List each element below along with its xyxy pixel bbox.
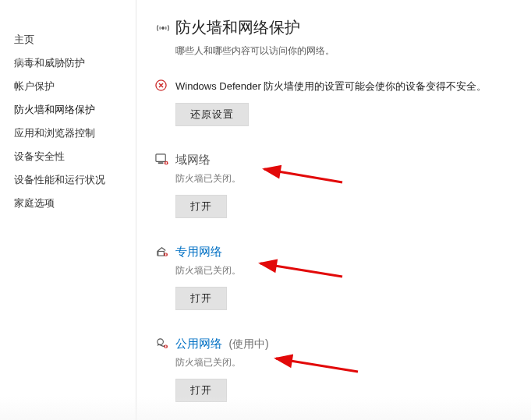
svg-rect-8 bbox=[165, 253, 166, 256]
private-network-section: 专用网络 防火墙已关闭。 打开 bbox=[175, 245, 523, 310]
sidebar-item-device-performance[interactable]: 设备性能和运行状况 bbox=[0, 168, 136, 192]
svg-rect-5 bbox=[166, 162, 167, 164]
warning-x-icon bbox=[155, 79, 168, 92]
domain-network-icon bbox=[155, 153, 169, 167]
domain-network-section: 域网络 防火墙已关闭。 打开 bbox=[175, 153, 523, 218]
svg-rect-3 bbox=[158, 162, 164, 164]
page-title: 防火墙和网络保护 bbox=[175, 17, 523, 38]
sidebar-item-app-browser-control[interactable]: 应用和浏览器控制 bbox=[0, 122, 136, 145]
sidebar-item-device-security[interactable]: 设备安全性 bbox=[0, 145, 136, 168]
sidebar-item-firewall[interactable]: 防火墙和网络保护 bbox=[0, 98, 136, 122]
public-network-title[interactable]: 公用网络 bbox=[175, 337, 222, 350]
sidebar-item-family-options[interactable]: 家庭选项 bbox=[0, 192, 136, 215]
domain-network-status: 防火墙已关闭。 bbox=[175, 172, 523, 185]
sidebar-item-account-protection[interactable]: 帐户保护 bbox=[0, 75, 136, 98]
svg-rect-2 bbox=[156, 154, 165, 161]
sidebar-item-virus-protection[interactable]: 病毒和威胁防护 bbox=[0, 51, 136, 75]
bottom-fade-decoration bbox=[0, 397, 531, 420]
svg-rect-6 bbox=[158, 252, 165, 256]
restore-settings-button[interactable]: 还原设置 bbox=[175, 103, 249, 126]
main: 防火墙和网络保护 哪些人和哪些内容可以访问你的网络。 Windows Defen… bbox=[175, 17, 523, 402]
public-network-icon bbox=[155, 337, 169, 351]
private-turn-on-button[interactable]: 打开 bbox=[175, 287, 227, 310]
domain-turn-on-button[interactable]: 打开 bbox=[175, 195, 227, 218]
private-network-icon bbox=[155, 245, 169, 259]
in-use-label: (使用中) bbox=[228, 337, 268, 350]
sidebar-item-home[interactable]: 主页 bbox=[0, 28, 136, 51]
page-subtitle: 哪些人和哪些内容可以访问你的网络。 bbox=[175, 44, 523, 58]
warning-block: Windows Defender 防火墙使用的设置可能会使你的设备变得不安全。 … bbox=[175, 79, 523, 126]
sidebar: 主页 病毒和威胁防护 帐户保护 防火墙和网络保护 应用和浏览器控制 设备安全性 … bbox=[0, 0, 136, 420]
network-broadcast-icon bbox=[155, 20, 171, 36]
public-network-status: 防火墙已关闭。 bbox=[175, 356, 523, 369]
svg-rect-11 bbox=[165, 345, 166, 348]
warning-text: Windows Defender 防火墙使用的设置可能会使你的设备变得不安全。 bbox=[175, 79, 523, 94]
private-network-status: 防火墙已关闭。 bbox=[175, 264, 523, 277]
svg-point-9 bbox=[158, 339, 164, 345]
public-network-section: 公用网络 (使用中) 防火墙已关闭。 打开 bbox=[175, 337, 523, 402]
svg-point-0 bbox=[162, 27, 165, 30]
domain-network-title: 域网络 bbox=[175, 153, 211, 166]
private-network-title[interactable]: 专用网络 bbox=[175, 245, 222, 258]
